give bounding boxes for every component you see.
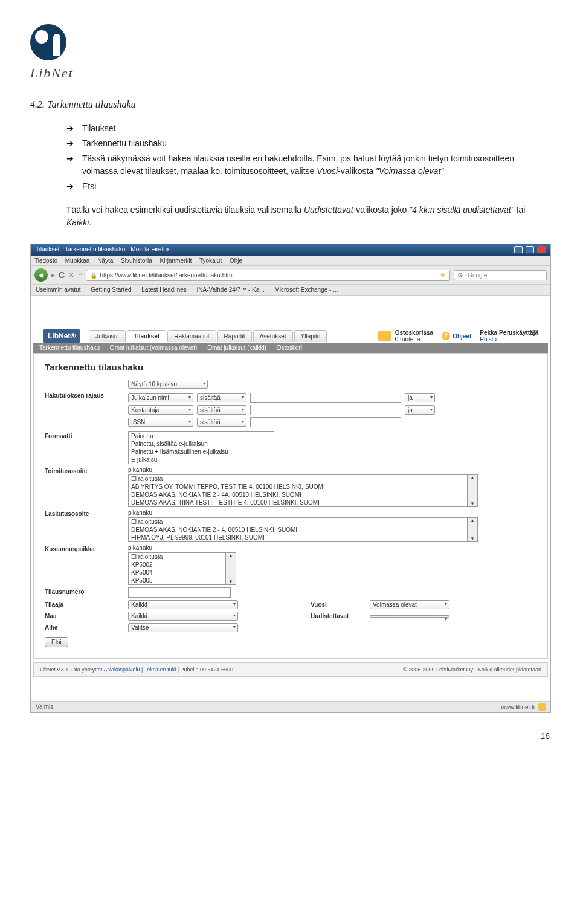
maa-select[interactable]: Kaikki — [128, 612, 238, 621]
rajaus-input[interactable] — [250, 417, 401, 427]
help-link[interactable]: ? Ohjeet — [442, 332, 471, 340]
bookmark-item[interactable]: Useimmin avatut — [36, 286, 80, 293]
label-uudistettavat: Uudistettavat — [311, 613, 365, 619]
cart-icon — [378, 331, 392, 341]
laskutus-listbox[interactable]: Ei rajoitusta DEMOASIAKAS, NOKIANTIE 2 -… — [128, 517, 468, 542]
scroll-down-icon[interactable]: ▼ — [470, 536, 475, 541]
rajaus-op-select[interactable]: sisältää — [197, 405, 246, 415]
menu-item[interactable]: Sivuhistoria — [121, 257, 152, 264]
browser-statusbar: Valmis www.libnet.fi — [31, 701, 550, 712]
menu-item[interactable]: Ohje — [230, 257, 242, 264]
maximize-icon[interactable] — [526, 246, 534, 253]
bookmarks-bar[interactable]: Useimmin avatut Getting Started Latest H… — [31, 285, 550, 296]
rajaus-join-select[interactable]: ja — [405, 405, 435, 415]
label-formaatti: Formaatti — [45, 431, 123, 439]
label-tilaaja: Tilaaja — [45, 600, 123, 608]
browser-screenshot: Tilaukset - Tarkennettu tilaushaku - Moz… — [30, 244, 551, 713]
pikahaku-label: pikahaku — [128, 467, 478, 473]
cart-widget[interactable]: Ostoskorissa 0 tuotetta — [378, 329, 433, 343]
footer-link-asiakaspalvelu[interactable]: Asiakaspalvelu — [103, 667, 140, 673]
subnav-item[interactable]: Tarkennettu tilaushaku — [39, 344, 100, 351]
tab-yllapito[interactable]: Ylläpito — [294, 330, 327, 342]
forward-button[interactable]: ▸ — [51, 271, 55, 279]
etsi-button[interactable]: Etsi — [45, 637, 68, 647]
sub-nav: Tarkennettu tilaushaku Omat julkaisut (v… — [33, 343, 548, 353]
app-logo[interactable]: LibNet® — [43, 329, 80, 343]
app-header: LibNet® Julkaisut Tilaukset Reklamaatiot… — [31, 326, 550, 343]
back-button[interactable]: ◄ — [34, 268, 48, 282]
scrollbar[interactable]: ▲▼ — [468, 517, 478, 542]
kustannus-listbox[interactable]: Ei rajoitusta KP5002 KP5004 KP5005 — [128, 552, 226, 585]
logo-text: LibNet — [30, 65, 550, 81]
home-button[interactable]: ⌂ — [78, 271, 82, 279]
cart-label: Ostoskorissa — [395, 329, 433, 336]
subnav-item[interactable]: Omat julkaisut (voimassa olevat) — [110, 344, 198, 351]
help-icon: ? — [442, 332, 450, 340]
menu-item[interactable]: Muokkaa — [65, 257, 90, 264]
rajaus-join-select[interactable]: ja — [405, 393, 435, 402]
menu-item[interactable]: Kirjanmerkit — [160, 257, 192, 264]
menu-item[interactable]: Tiedosto — [34, 257, 57, 264]
scroll-down-icon[interactable]: ▼ — [470, 501, 475, 506]
rajaus-field-select[interactable]: ISSN — [128, 418, 193, 427]
tab-julkaisut[interactable]: Julkaisut — [89, 330, 126, 342]
rajaus-input[interactable] — [250, 393, 401, 403]
rajaus-op-select[interactable]: sisältää — [197, 418, 246, 427]
vuosi-select[interactable]: Voimassa olevat — [370, 600, 450, 609]
label-toimitus: Toimitusosoite — [45, 467, 123, 474]
tab-asetukset[interactable]: Asetukset — [253, 330, 293, 342]
bookmark-star-icon[interactable]: ★ — [440, 271, 446, 279]
tab-tilaukset[interactable]: Tilaukset — [127, 330, 166, 342]
stop-button[interactable]: ✕ — [68, 271, 74, 279]
rajaus-op-select[interactable]: sisältää — [197, 393, 246, 402]
footer-copyright: © 2006-2009 LehtiMarket Oy - Kaikki oike… — [403, 667, 541, 673]
toimitus-listbox[interactable]: Ei rajoitusta AB YRITYS OY, TOMMI TEPPO,… — [128, 474, 468, 507]
tab-reklamaatiot[interactable]: Reklamaatiot — [167, 330, 216, 342]
tilaaja-select[interactable]: Kaikki — [128, 600, 238, 609]
user-name: Pekka Peruskäyttäjä — [480, 329, 538, 336]
browser-search[interactable]: G · Google — [454, 270, 547, 280]
label-vuosi: Vuosi — [311, 601, 365, 608]
rajaus-input[interactable] — [250, 405, 401, 415]
show-select[interactable]: Näytä 10 kpl/sivu — [128, 380, 208, 389]
menu-item[interactable]: Näytä — [97, 257, 113, 264]
label-tilausnro: Tilausnumero — [45, 587, 123, 595]
scroll-up-icon[interactable]: ▲ — [470, 475, 475, 480]
bookmark-item[interactable]: Getting Started — [91, 286, 131, 293]
formaatti-listbox[interactable]: Painettu Painettu, sisältää e-julkaisun … — [128, 431, 274, 464]
pikahaku-label: pikahaku — [128, 544, 236, 551]
close-icon[interactable] — [537, 246, 546, 253]
scroll-up-icon[interactable]: ▲ — [228, 553, 233, 558]
menu-item[interactable]: Työkalut — [199, 257, 222, 264]
bookmark-item[interactable]: Microsoft Exchange - ... — [274, 286, 338, 293]
aihe-select[interactable]: Valitse — [128, 623, 238, 632]
footer-link-tuki[interactable]: Tekninen tuki — [144, 667, 176, 673]
bookmark-item[interactable]: INA-Vaihde 24/7™ - Ka... — [197, 286, 265, 293]
rajaus-field-select[interactable]: Kustantaja — [128, 405, 193, 415]
pikahaku-label: pikahaku — [128, 509, 478, 516]
cart-count: 0 tuotetta — [395, 336, 433, 343]
bullet-item: Tarkennettu tilaushaku — [66, 137, 550, 150]
tilausnumero-input[interactable] — [128, 587, 231, 598]
subnav-item[interactable]: Ostoskori — [277, 344, 302, 351]
reload-button[interactable]: C — [59, 270, 65, 280]
minimize-icon[interactable] — [514, 246, 523, 253]
url-bar[interactable]: 🔒 https://www.libnet.fi/tilaukset/tarken… — [86, 270, 450, 281]
tab-raportit[interactable]: Raportit — [218, 330, 252, 342]
subnav-item[interactable]: Omat julkaisut (kaikki) — [207, 344, 266, 351]
bookmark-item[interactable]: Latest Headlines — [141, 286, 187, 293]
bullet-item: Tilaukset — [66, 122, 550, 135]
uudistettavat-select[interactable] — [370, 615, 450, 618]
logout-link[interactable]: Poistu — [480, 336, 538, 343]
scroll-down-icon[interactable]: ▼ — [228, 579, 233, 584]
scroll-up-icon[interactable]: ▲ — [470, 518, 475, 523]
label-kustannus: Kustannuspaikka — [45, 544, 123, 552]
status-text: Valmis — [36, 703, 53, 711]
scrollbar[interactable]: ▲▼ — [468, 474, 478, 507]
status-domain: www.libnet.fi — [501, 704, 535, 711]
rajaus-field-select[interactable]: Julkaisun nimi — [128, 393, 193, 402]
browser-menubar[interactable]: Tiedosto Muokkaa Näytä Sivuhistoria Kirj… — [31, 256, 550, 266]
scrollbar[interactable]: ▲▼ — [226, 552, 236, 585]
url-text: https://www.libnet.fi/tilaukset/tarkenne… — [100, 272, 233, 279]
window-controls[interactable] — [513, 246, 546, 254]
